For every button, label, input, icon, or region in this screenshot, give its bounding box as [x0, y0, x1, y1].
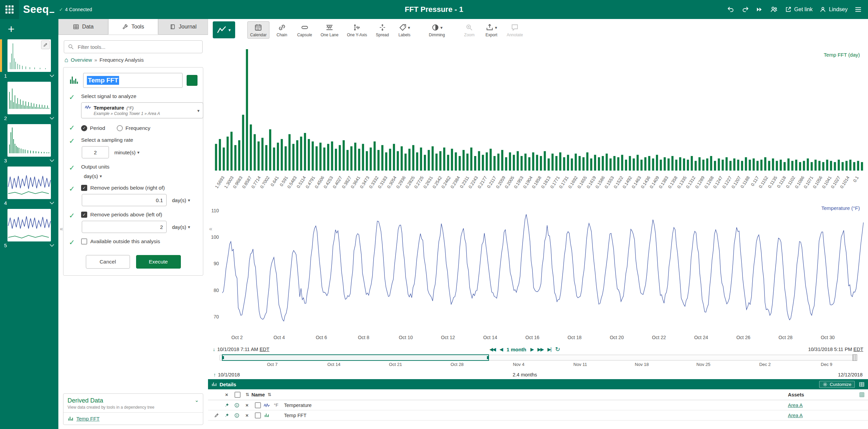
toolbar-button-dimming[interactable]: ▾ Dimming	[426, 21, 448, 39]
toolbar-button-labels[interactable]: ▾ Labels	[395, 21, 414, 39]
worksheet-item[interactable]: 3	[0, 124, 58, 167]
toolbar-button-export[interactable]: ▾ Export	[482, 21, 501, 39]
output-unit-dropdown[interactable]: day(s)▾	[82, 173, 104, 179]
remove-above-unit-dropdown[interactable]: day(s)▾	[170, 224, 192, 230]
temperature-plot-area[interactable]	[222, 205, 864, 333]
trend-view-button[interactable]: ▾	[213, 21, 235, 38]
row-checkbox[interactable]	[255, 402, 261, 408]
pin-icon[interactable]	[224, 413, 229, 418]
timezone-link[interactable]: EDT	[853, 347, 863, 352]
remove-icon[interactable]: ×	[244, 412, 251, 418]
step-back-half-button[interactable]: ◀	[499, 347, 503, 352]
worksheet-thumbnail[interactable]	[7, 124, 51, 157]
chevron-down-icon[interactable]	[50, 117, 54, 120]
toolbar-button-one-lane[interactable]: One Lane	[318, 21, 341, 39]
toolbar-button-capsule[interactable]: Capsule	[295, 21, 315, 39]
remove-above-checkbox[interactable]: ✓	[81, 212, 87, 218]
remove-below-input[interactable]: 0.1	[82, 194, 167, 206]
worksheet-thumbnail[interactable]	[7, 39, 51, 72]
worksheet-item[interactable]: 5	[0, 209, 58, 251]
investigate-start-date[interactable]: 10/1/2018	[218, 372, 240, 377]
toolbar-button-spread[interactable]: Spread	[373, 21, 392, 39]
app-grid-button[interactable]	[0, 0, 19, 19]
investigate-end-date[interactable]: 12/12/2018	[838, 372, 863, 377]
display-range-end[interactable]: 10/31/2018 5:11 PM EDT	[808, 347, 863, 352]
timezone-link[interactable]: EDT	[260, 347, 269, 352]
add-worksheet-button[interactable]: +	[4, 22, 18, 36]
chevron-down-icon[interactable]	[50, 159, 54, 162]
asset-grid-icon[interactable]	[859, 392, 865, 397]
duration-label[interactable]: 1 month	[507, 347, 526, 352]
fft-chart[interactable]: Temp FFT (day) 1.56931.30030.96830.85870…	[208, 43, 868, 202]
remove-above-input[interactable]: 2	[82, 221, 167, 233]
sort-icon[interactable]: ⇅	[268, 392, 271, 397]
tab-journal[interactable]: Journal	[158, 19, 208, 35]
range-start-arrow-icon[interactable]: ↓	[213, 347, 215, 352]
worksheet-thumbnail[interactable]	[7, 167, 51, 199]
users-button[interactable]	[770, 5, 778, 14]
chevron-down-icon[interactable]	[50, 244, 54, 247]
get-link-button[interactable]: Get link	[785, 6, 813, 13]
temperature-chart[interactable]: Temperature (°F) 110100908070 Oct 2Oct 4…	[208, 202, 868, 345]
timeline-track[interactable]	[220, 355, 856, 360]
user-menu-button[interactable]: Lindsey	[819, 6, 848, 13]
chevron-down-icon[interactable]	[50, 201, 54, 204]
edit-icon[interactable]	[214, 413, 219, 418]
remove-all-button[interactable]: ×	[223, 391, 230, 398]
sort-icon[interactable]: ⇅	[243, 392, 251, 397]
asset-link[interactable]: Area A	[788, 413, 803, 418]
edit-worksheet-button[interactable]	[41, 40, 50, 49]
remove-icon[interactable]: ×	[244, 402, 251, 408]
chevron-down-icon[interactable]	[50, 74, 54, 77]
step-forward-half-button[interactable]: ▶	[530, 347, 533, 352]
toolbar-button-calendar[interactable]: Calendar	[247, 21, 269, 39]
tab-tools[interactable]: Tools	[108, 19, 158, 35]
worksheet-thumbnail[interactable]	[7, 82, 51, 114]
step-back-full-button[interactable]: ◀◀	[489, 347, 495, 352]
hamburger-menu-button[interactable]	[854, 6, 862, 13]
remove-below-unit-dropdown[interactable]: day(s)▾	[170, 197, 192, 203]
filter-tools-input[interactable]	[64, 40, 203, 53]
range-right-handle[interactable]	[487, 356, 489, 359]
breadcrumb-root-link[interactable]: Overview	[71, 57, 92, 63]
investigate-arrow-icon[interactable]: ↑	[213, 372, 216, 377]
derived-item-link[interactable]: Temp FFT	[76, 416, 99, 422]
signal-select[interactable]: Temperature (°F) Example » Cooling Tower…	[81, 102, 203, 118]
step-to-end-button[interactable]: ▶|	[547, 347, 551, 352]
step-forward-full-button[interactable]: ▶▶	[537, 347, 544, 352]
table-view-icon[interactable]	[859, 382, 865, 387]
row-checkbox[interactable]	[255, 412, 261, 418]
frequency-radio[interactable]: Frequency	[117, 125, 150, 131]
worksheet-item[interactable]: 2	[0, 82, 58, 124]
display-range-start[interactable]: 10/1/2018 7:11 AM	[217, 347, 258, 352]
redo-button[interactable]	[741, 6, 749, 13]
sampling-unit-dropdown[interactable]: minute(s)▾	[112, 149, 141, 156]
info-icon[interactable]	[234, 413, 240, 418]
period-radio[interactable]: ✓Period	[81, 125, 105, 131]
pin-icon[interactable]	[224, 403, 229, 408]
range-left-handle[interactable]	[222, 356, 224, 359]
info-icon[interactable]	[234, 403, 240, 408]
undo-button[interactable]	[727, 6, 735, 13]
timeline-selected-range[interactable]	[222, 354, 489, 361]
customize-button[interactable]: Customize	[819, 381, 855, 388]
cancel-button[interactable]: Cancel	[86, 255, 130, 269]
worksheet-item[interactable]: 4	[0, 167, 58, 209]
toolbar-button-one-y-axis[interactable]: One Y-Axis	[344, 21, 370, 39]
home-icon[interactable]: ⌂	[64, 57, 68, 63]
select-all-checkbox[interactable]	[234, 392, 241, 398]
color-swatch[interactable]	[187, 75, 197, 86]
row-name[interactable]: Temp FFT	[284, 413, 788, 418]
name-column-header[interactable]: Name	[251, 392, 265, 397]
toolbar-button-chain[interactable]: Chain	[272, 21, 291, 39]
worksheet-item[interactable]: 1	[0, 39, 58, 82]
row-name[interactable]: Temperature	[284, 403, 788, 408]
available-outside-checkbox[interactable]	[81, 238, 87, 245]
tab-data[interactable]: Data	[58, 19, 108, 35]
collapse-worksheet-strip-button[interactable]: «	[59, 225, 64, 233]
remove-below-checkbox[interactable]: ✓	[81, 185, 87, 191]
sampling-rate-input[interactable]: 2	[82, 146, 109, 158]
tool-name-input[interactable]: Temp FFT	[83, 73, 183, 88]
timeline-end-handle[interactable]	[852, 354, 857, 361]
chevron-down-icon[interactable]: ⌄	[194, 397, 199, 403]
